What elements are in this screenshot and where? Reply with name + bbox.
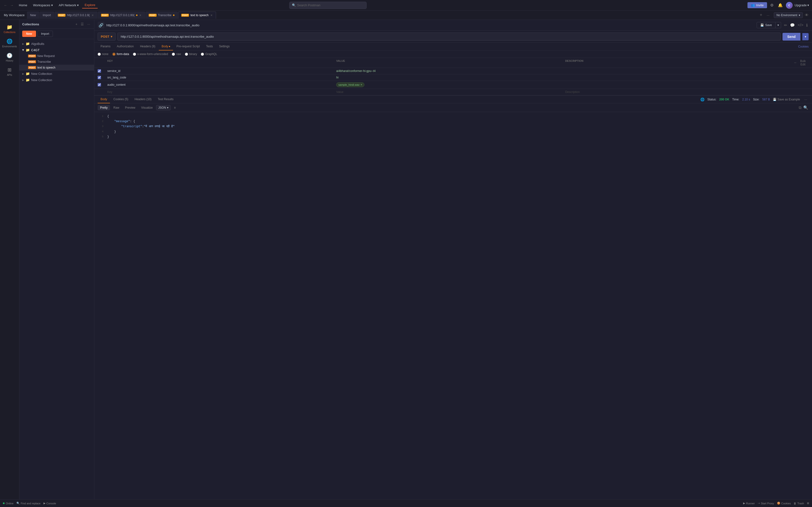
resp-tab-body[interactable]: Body bbox=[98, 96, 110, 103]
console-button[interactable]: ▶ Console bbox=[44, 502, 56, 505]
radio-none[interactable]: none bbox=[98, 52, 108, 56]
response-more-button[interactable]: ··· bbox=[803, 97, 809, 102]
sidebar-item-history[interactable]: 🕐 History bbox=[1, 51, 18, 64]
sidebar-item-collections[interactable]: 📁 Collections bbox=[1, 22, 18, 36]
chevron-down-icon: ▾ bbox=[799, 13, 800, 17]
tab-authorization[interactable]: Authorization bbox=[114, 43, 137, 50]
resp-tab-test-results[interactable]: Test Results bbox=[155, 96, 176, 103]
tab-params[interactable]: Params bbox=[98, 43, 113, 50]
save-dropdown[interactable]: ▾ bbox=[775, 22, 781, 28]
fmt-tab-visualize[interactable]: Visualize bbox=[139, 105, 155, 110]
format-selector[interactable]: JSON ▾ bbox=[156, 105, 170, 110]
row2-checkbox[interactable] bbox=[98, 76, 101, 79]
collection-new-2[interactable]: ▶ 📁 New Collection bbox=[19, 77, 94, 83]
avatar[interactable]: C bbox=[786, 2, 793, 9]
sidebar-item-apis[interactable]: ⊞ APIs bbox=[1, 65, 18, 78]
settings-button[interactable]: ⚙ bbox=[769, 2, 775, 9]
trash-button[interactable]: 🗑 Trash bbox=[794, 502, 804, 505]
radio-urlencoded[interactable]: x-www-form-urlencoded bbox=[133, 52, 168, 56]
tab-body[interactable]: Body bbox=[159, 43, 173, 50]
collection-algobulls[interactable]: ▶ 📁 AlgoBulls bbox=[19, 41, 94, 47]
env-settings-button[interactable]: 👁 bbox=[803, 12, 810, 18]
trash-icon: 🗑 bbox=[794, 502, 796, 505]
workspaces-link[interactable]: Workspaces ▾ bbox=[31, 2, 55, 8]
tab-1[interactable]: POST http://127.0.0.1:80( × bbox=[98, 12, 145, 19]
row1-checkbox[interactable] bbox=[98, 69, 101, 73]
code-icon[interactable]: </> bbox=[797, 22, 804, 29]
edit-icon[interactable]: ✏ bbox=[783, 22, 788, 29]
send-dropdown[interactable]: ▾ bbox=[802, 33, 809, 40]
fmt-tab-raw[interactable]: Raw bbox=[111, 105, 121, 110]
new-tab-button[interactable]: New bbox=[27, 12, 39, 19]
new-button[interactable]: New bbox=[22, 31, 36, 37]
search-response-button[interactable]: 🔍 bbox=[803, 105, 809, 110]
import-tab-button[interactable]: Import bbox=[40, 12, 54, 19]
tab-headers[interactable]: Headers (9) bbox=[137, 43, 158, 50]
import-button[interactable]: Import bbox=[38, 31, 53, 37]
row3-checkbox[interactable] bbox=[98, 83, 101, 87]
tab-0[interactable]: POST http://127.0.0.1:8( × bbox=[55, 12, 97, 19]
tab-close-3[interactable]: × bbox=[210, 13, 213, 17]
layout-button[interactable]: ⊞ bbox=[807, 502, 809, 505]
tab-2[interactable]: POST Transcribe bbox=[146, 12, 177, 19]
resp-tab-headers[interactable]: Headers (10) bbox=[132, 96, 154, 103]
link-icon: 🔗 bbox=[99, 23, 103, 27]
tab-tests[interactable]: Tests bbox=[203, 43, 216, 50]
request-tabs: Params Authorization Headers (9) Body Pr… bbox=[94, 43, 812, 50]
sidebar-item-environments[interactable]: 🌐 Environments bbox=[1, 37, 18, 50]
code-area: 1 { 2 "message" : { 3 "transcript" : "मे… bbox=[94, 112, 812, 499]
bulk-edit-button[interactable]: Bulk Edit bbox=[797, 59, 809, 66]
upgrade-button[interactable]: Upgrade ▾ bbox=[795, 3, 809, 7]
status-online[interactable]: Online bbox=[3, 502, 13, 505]
comment-icon[interactable]: 💬 bbox=[789, 22, 796, 29]
radio-formdata[interactable]: form-data bbox=[112, 52, 129, 56]
chevron-down-icon: ▾ bbox=[111, 35, 112, 38]
new-tab-plus[interactable]: + bbox=[758, 12, 764, 18]
collections-more-button[interactable]: ··· bbox=[86, 22, 91, 26]
radio-raw[interactable]: raw bbox=[172, 52, 181, 56]
radio-binary[interactable]: binary bbox=[185, 52, 197, 56]
sub-item-transcribe[interactable]: POST Transcribe bbox=[19, 59, 94, 65]
env-selector[interactable]: No Environment ▾ bbox=[774, 12, 803, 18]
cookies-link[interactable]: Cookies bbox=[798, 45, 809, 48]
fmt-tab-pretty[interactable]: Pretty bbox=[98, 105, 110, 110]
home-link[interactable]: Home bbox=[16, 2, 30, 8]
api-network-link[interactable]: API Network ▾ bbox=[56, 2, 81, 8]
fmt-filter-button[interactable]: ≡ bbox=[171, 105, 178, 110]
tab-settings[interactable]: Settings bbox=[216, 43, 233, 50]
tab-close-0[interactable]: × bbox=[91, 13, 94, 17]
cookies-button[interactable]: 🍪 Cookies bbox=[777, 502, 791, 505]
tab-close-1[interactable]: × bbox=[139, 13, 142, 17]
tab-3[interactable]: POST text to speech × bbox=[178, 12, 216, 19]
collection-c4gt[interactable]: ▶ 📁 C4GT bbox=[19, 47, 94, 53]
forward-button[interactable]: → bbox=[9, 2, 14, 8]
info-icon[interactable]: ℹ bbox=[805, 22, 809, 29]
sub-item-new-request[interactable]: POST New Request bbox=[19, 53, 94, 59]
method-selector[interactable]: POST ▾ bbox=[98, 33, 115, 41]
notifications-button[interactable]: 🔔 bbox=[777, 2, 784, 9]
collection-new-1[interactable]: ▶ 📁 New Collection bbox=[19, 70, 94, 77]
search-input[interactable] bbox=[297, 3, 364, 7]
sub-item-text-to-speech[interactable]: POST text to speech bbox=[19, 65, 94, 70]
post-badge: POST bbox=[149, 14, 157, 17]
tabs-more-button[interactable]: ··· bbox=[765, 12, 771, 18]
add-collection-button[interactable]: + bbox=[74, 22, 78, 26]
chevron-down-icon: ▾ bbox=[807, 3, 809, 7]
copy-response-button[interactable]: ⧉ bbox=[798, 105, 802, 110]
find-replace-button[interactable]: 🔍 Find and replace bbox=[16, 502, 41, 505]
send-button[interactable]: Send bbox=[782, 33, 800, 41]
resp-tab-cookies[interactable]: Cookies (5) bbox=[110, 96, 131, 103]
fmt-tab-preview[interactable]: Preview bbox=[122, 105, 138, 110]
file-tag-remove[interactable]: × bbox=[361, 83, 362, 87]
runner-button[interactable]: ▶ Runner bbox=[743, 502, 755, 505]
filter-collections-button[interactable]: ☰ bbox=[80, 22, 85, 26]
invite-button[interactable]: 👥 Invite bbox=[748, 2, 767, 8]
back-button[interactable]: ← bbox=[3, 2, 8, 8]
radio-graphql[interactable]: GraphQL bbox=[201, 52, 217, 56]
save-example-button[interactable]: 💾 Save as Example bbox=[773, 98, 800, 101]
explore-link[interactable]: Explore bbox=[82, 2, 98, 8]
tab-prerequest[interactable]: Pre-request Script bbox=[173, 43, 203, 50]
url-input[interactable] bbox=[117, 33, 780, 41]
start-proxy-button[interactable]: ⇢ Start Proxy bbox=[758, 502, 774, 505]
save-button[interactable]: 💾 Save bbox=[757, 22, 775, 28]
